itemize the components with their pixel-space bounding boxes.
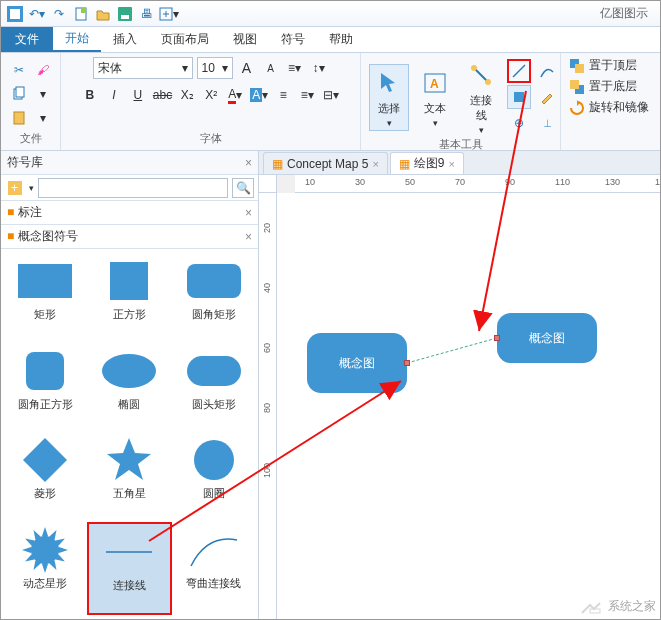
group-label-tools: 基本工具 <box>369 137 552 152</box>
italic-button[interactable]: I <box>104 85 124 105</box>
watermark: 系统之家 <box>580 597 656 615</box>
tab-layout[interactable]: 页面布局 <box>149 27 221 52</box>
close-icon[interactable]: × <box>449 158 455 170</box>
svg-point-29 <box>31 536 59 564</box>
clipboard-more[interactable]: ▾ <box>33 108 53 128</box>
redo-button[interactable]: ↷ <box>49 4 69 24</box>
ruler-vertical: 20406080100 <box>259 193 277 619</box>
new-button[interactable] <box>71 4 91 24</box>
save-button[interactable] <box>115 4 135 24</box>
svg-rect-3 <box>81 8 86 13</box>
menu-bar: 文件 开始 插入 页面布局 视图 符号 帮助 <box>1 27 660 53</box>
align-left-icon[interactable]: ≡ <box>273 85 293 105</box>
concept-node-1[interactable]: 概念图 <box>307 333 407 393</box>
strike-button[interactable]: abc <box>152 85 173 105</box>
shape-square[interactable]: 正方形 <box>87 253 171 343</box>
connector-icon <box>465 59 497 91</box>
tab-help[interactable]: 帮助 <box>317 27 365 52</box>
search-button[interactable]: 🔍 <box>232 178 254 198</box>
align-center-icon[interactable]: ≡▾ <box>297 85 317 105</box>
font-name-select[interactable]: 宋体▾ <box>93 57 193 79</box>
cut-icon[interactable]: ✂ <box>9 60 29 80</box>
symbol-library-panel: 符号库 × + ▾ 🔍 ■ 标注× ■ 概念图符号× 矩形 正方形 圆角矩形 圆… <box>1 151 259 619</box>
print-button[interactable]: 🖶 <box>137 4 157 24</box>
doc-tab-1[interactable]: ▦Concept Map 5× <box>263 152 388 174</box>
export-button[interactable]: ▾ <box>159 4 179 24</box>
connector-tool-button[interactable]: 连接线▾ <box>461 57 501 137</box>
svg-line-14 <box>513 65 525 77</box>
paste-icon[interactable]: ▾ <box>33 84 53 104</box>
shape-burst[interactable]: 动态星形 <box>3 522 87 616</box>
close-icon[interactable]: × <box>372 158 378 170</box>
svg-rect-8 <box>16 87 24 97</box>
pen-tool-button[interactable] <box>535 85 559 109</box>
underline-button[interactable]: U <box>128 85 148 105</box>
shape-rectangle[interactable]: 矩形 <box>3 253 87 343</box>
shape-ellipse[interactable]: 椭圆 <box>87 343 171 433</box>
shape-diamond[interactable]: 菱形 <box>3 432 87 522</box>
tab-insert[interactable]: 插入 <box>101 27 149 52</box>
search-input[interactable] <box>38 178 228 198</box>
connector-handle[interactable] <box>404 360 410 366</box>
document-tabs: ▦Concept Map 5× ▦绘图9× <box>259 151 660 175</box>
file-tab[interactable]: 文件 <box>1 27 53 52</box>
bullets-icon[interactable]: ≡▾ <box>285 58 305 78</box>
linespace-icon[interactable]: ↕▾ <box>309 58 329 78</box>
superscript-button[interactable]: X² <box>201 85 221 105</box>
curve-tool-button[interactable] <box>535 59 559 83</box>
group-font: 宋体▾ 10▾ A A ≡▾ ↕▾ B I U abc X₂ X² A▾ A▾ … <box>61 53 361 150</box>
bold-button[interactable]: B <box>80 85 100 105</box>
concept-node-2[interactable]: 概念图 <box>497 313 597 363</box>
highlight-button[interactable]: A▾ <box>249 85 269 105</box>
copy-icon[interactable] <box>9 84 29 104</box>
svg-text:+: + <box>11 181 18 195</box>
text-tool-button[interactable]: A 文本▾ <box>415 65 455 130</box>
title-bar: ↶▾ ↷ 🖶 ▾ 亿图图示 <box>1 1 660 27</box>
shape-connector-line[interactable]: 连接线 <box>87 522 171 616</box>
svg-rect-23 <box>110 262 148 300</box>
shape-rounded-rect[interactable]: 圆角矩形 <box>172 253 256 343</box>
brush-icon[interactable]: 🖌 <box>33 60 53 80</box>
group-label-file: 文件 <box>9 131 52 146</box>
svg-rect-27 <box>187 356 241 386</box>
shape-star[interactable]: 五角星 <box>87 432 171 522</box>
crop-tool-button[interactable]: ⟂ <box>535 111 559 135</box>
connector-handle[interactable] <box>494 335 500 341</box>
shape-rounded-square[interactable]: 圆角正方形 <box>3 343 87 433</box>
add-library-button[interactable]: + <box>5 178 25 198</box>
category-callout[interactable]: ■ 标注× <box>1 201 258 225</box>
bring-front-button[interactable]: 置于顶层 <box>569 57 637 74</box>
panel-close-button[interactable]: × <box>245 156 252 170</box>
subscript-button[interactable]: X₂ <box>177 85 197 105</box>
logo-icon[interactable] <box>5 4 25 24</box>
rotate-button[interactable]: 旋转和镜像 <box>569 99 649 116</box>
open-button[interactable] <box>93 4 113 24</box>
shape-stadium[interactable]: 圆头矩形 <box>172 343 256 433</box>
font-shrink-button[interactable]: A <box>261 58 281 78</box>
group-tools: 选择▾ A 文本▾ 连接线▾ ⊕ <box>361 53 561 150</box>
category-concept[interactable]: ■ 概念图符号× <box>1 225 258 249</box>
align-vert-icon[interactable]: ⊟▾ <box>321 85 341 105</box>
tab-home[interactable]: 开始 <box>53 27 101 52</box>
font-size-select[interactable]: 10▾ <box>197 57 233 79</box>
shape-tool-button[interactable] <box>507 85 531 109</box>
line-tool-button[interactable] <box>507 59 531 83</box>
tab-symbol[interactable]: 符号 <box>269 27 317 52</box>
select-tool-button[interactable]: 选择▾ <box>369 64 409 131</box>
svg-rect-17 <box>575 64 584 73</box>
font-color-button[interactable]: A▾ <box>225 85 245 105</box>
doc-tab-2[interactable]: ▦绘图9× <box>390 152 464 174</box>
undo-button[interactable]: ↶▾ <box>27 4 47 24</box>
panel-title: 符号库 <box>7 154 43 171</box>
clipboard-icon[interactable] <box>9 108 29 128</box>
tab-view[interactable]: 视图 <box>221 27 269 52</box>
svg-rect-19 <box>570 80 579 89</box>
ruler-horizontal: 1030507090110130150 <box>295 175 660 193</box>
panel-search-row: + ▾ 🔍 <box>1 175 258 201</box>
shape-circle[interactable]: 圆圈 <box>172 432 256 522</box>
shape-curved-connector[interactable]: 弯曲连接线 <box>172 522 256 616</box>
font-grow-button[interactable]: A <box>237 58 257 78</box>
anchor-tool-button[interactable]: ⊕ <box>507 111 531 135</box>
canvas[interactable]: 概念图 概念图 <box>277 193 660 619</box>
send-back-button[interactable]: 置于底层 <box>569 78 637 95</box>
